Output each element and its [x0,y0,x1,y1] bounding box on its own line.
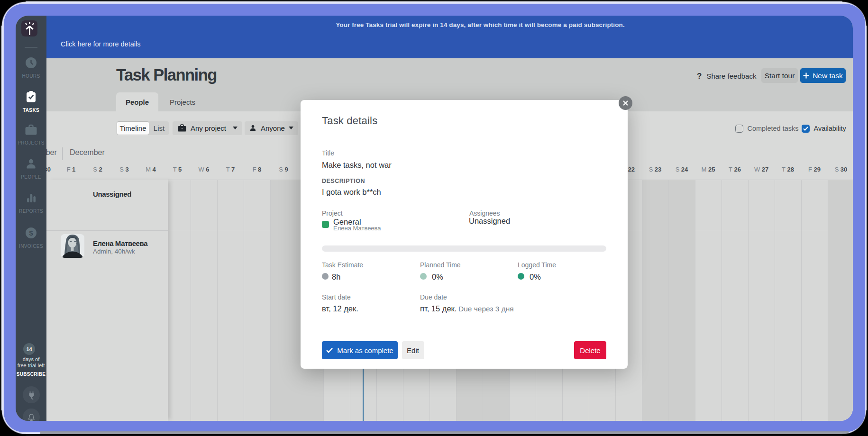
svg-text:$: $ [29,229,33,236]
